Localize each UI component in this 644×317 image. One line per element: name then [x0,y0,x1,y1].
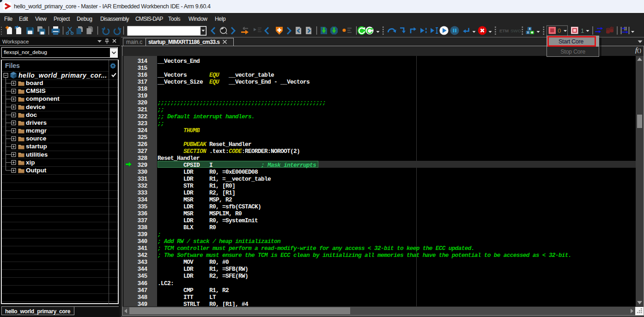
svg-text:ETM: ETM [499,28,509,33]
svg-text:0: 0 [558,27,561,34]
svg-text:1: 1 [581,27,584,34]
svg-text:SWO: SWO [510,28,521,33]
